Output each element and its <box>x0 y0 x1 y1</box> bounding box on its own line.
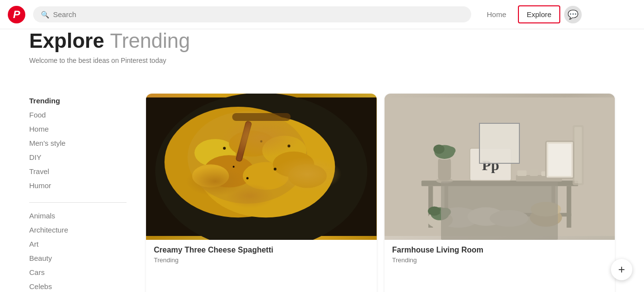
sidebar-item-diy[interactable]: DIY <box>29 150 127 164</box>
svg-rect-27 <box>551 186 555 225</box>
pins-grid: Creamy Three Cheese Spaghetti Trending <box>146 94 615 292</box>
svg-point-3 <box>197 116 335 217</box>
svg-point-18 <box>246 177 249 179</box>
svg-rect-38 <box>517 171 526 176</box>
svg-point-45 <box>437 207 478 228</box>
svg-point-17 <box>274 168 276 171</box>
svg-rect-42 <box>574 127 582 184</box>
pin-info-farmhouse: Farmhouse Living Room Trending <box>385 240 615 270</box>
svg-point-6 <box>229 131 275 156</box>
hero-title-explore: Explore <box>29 29 104 53</box>
fab-button[interactable]: + <box>611 259 632 280</box>
nav-home[interactable]: Home <box>479 6 514 22</box>
svg-point-16 <box>233 166 235 168</box>
svg-rect-25 <box>567 186 571 228</box>
hero-section: Explore Trending Welcome to the best ide… <box>0 29 644 74</box>
sidebar-item-humor[interactable]: Humor <box>29 178 127 193</box>
header: P 🔍 Home Explore 💬 <box>0 0 644 29</box>
svg-point-48 <box>530 208 562 227</box>
search-icon: 🔍 <box>41 11 49 19</box>
pin-image-farmhouse: Pp <box>385 94 615 240</box>
hero-title-trending: Trending <box>110 29 190 53</box>
pin-info-food: Creamy Three Cheese Spaghetti Trending <box>146 240 377 270</box>
pin-card-food[interactable]: Creamy Three Cheese Spaghetti Trending <box>146 94 377 292</box>
svg-rect-39 <box>530 169 538 176</box>
svg-point-15 <box>288 145 291 148</box>
sidebar-item-home[interactable]: Home <box>29 122 127 136</box>
svg-rect-44 <box>548 144 571 176</box>
sidebar: Trending Food Home Men's style DIY Trave… <box>29 94 127 292</box>
pin-tag-food: Trending <box>154 256 369 264</box>
pinterest-logo[interactable]: P <box>8 6 25 23</box>
search-container: 🔍 <box>33 6 471 22</box>
svg-rect-19 <box>235 120 252 162</box>
svg-text:Pp: Pp <box>482 157 499 174</box>
pin-tag-farmhouse: Trending <box>392 256 607 264</box>
svg-rect-26 <box>444 186 448 225</box>
sidebar-divider <box>29 202 127 203</box>
sidebar-item-trending[interactable]: Trending <box>29 94 127 108</box>
svg-point-52 <box>428 206 441 215</box>
svg-point-8 <box>203 155 254 187</box>
svg-point-1 <box>155 94 368 240</box>
svg-point-7 <box>262 136 307 166</box>
svg-point-53 <box>440 208 451 216</box>
svg-point-10 <box>273 152 314 177</box>
hero-title: Explore Trending <box>29 29 615 53</box>
svg-rect-20 <box>237 121 251 161</box>
svg-point-46 <box>467 207 504 226</box>
hero-subtitle: Welcome to the best ideas on Pinterest t… <box>29 57 615 64</box>
sidebar-more-section: Animals Architecture Art Beauty Cars Cel… <box>29 209 127 292</box>
sidebar-trending-section: Trending Food Home Men's style DIY Trave… <box>29 94 127 193</box>
svg-point-5 <box>194 139 236 167</box>
svg-point-12 <box>288 164 327 188</box>
svg-point-47 <box>489 210 528 227</box>
sidebar-item-travel[interactable]: Travel <box>29 164 127 178</box>
svg-rect-23 <box>421 180 578 186</box>
svg-point-9 <box>243 162 289 190</box>
pin-title-farmhouse: Farmhouse Living Room <box>392 246 607 254</box>
main-content: Trending Food Home Men's style DIY Trave… <box>0 74 644 292</box>
sidebar-item-celebs[interactable]: Celebs <box>29 279 127 292</box>
sidebar-item-art[interactable]: Art <box>29 237 127 251</box>
svg-rect-28 <box>428 213 571 217</box>
svg-point-13 <box>223 147 226 150</box>
logo-letter: P <box>13 8 20 21</box>
nav: Home Explore <box>479 5 560 23</box>
nav-explore[interactable]: Explore <box>518 5 560 23</box>
pin-card-farmhouse[interactable]: Pp <box>385 94 615 292</box>
svg-rect-0 <box>146 97 377 236</box>
search-bar: 🔍 <box>33 6 471 22</box>
sidebar-item-food[interactable]: Food <box>29 108 127 122</box>
svg-point-49 <box>531 202 561 216</box>
svg-point-33 <box>433 145 444 154</box>
svg-point-11 <box>192 164 229 187</box>
svg-point-14 <box>260 140 262 143</box>
svg-point-4 <box>187 111 307 203</box>
messages-icon[interactable]: 💬 <box>564 6 582 23</box>
sidebar-item-mens-style[interactable]: Men's style <box>29 136 127 150</box>
sidebar-item-animals[interactable]: Animals <box>29 209 127 223</box>
search-input[interactable] <box>53 10 463 19</box>
pin-image-food <box>146 94 377 240</box>
svg-point-2 <box>165 107 312 217</box>
sidebar-item-beauty[interactable]: Beauty <box>29 251 127 265</box>
sidebar-item-cars[interactable]: Cars <box>29 265 127 279</box>
logo[interactable]: P <box>8 6 25 23</box>
sidebar-item-architecture[interactable]: Architecture <box>29 223 127 237</box>
svg-rect-30 <box>438 157 451 180</box>
svg-point-34 <box>444 146 456 155</box>
pin-title-food: Creamy Three Cheese Spaghetti <box>154 246 369 254</box>
